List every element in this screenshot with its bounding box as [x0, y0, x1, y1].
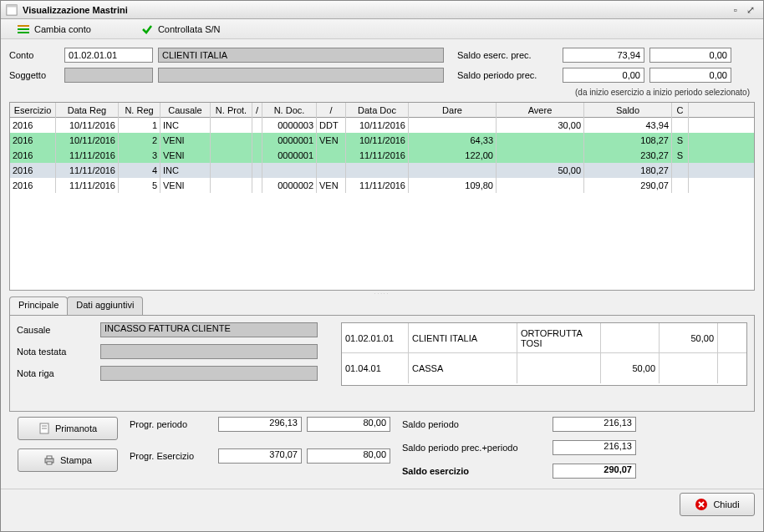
detail-grid[interactable]: 01.02.01.01 CLIENTI ITALIA ORTOFRUTTA TO… [341, 322, 747, 386]
conto-code-input[interactable] [64, 48, 153, 63]
cell-s2 [317, 163, 346, 178]
saldo-esercizio-label: Saldo esercizio [402, 466, 544, 476]
progr-periodo-a: 296,13 [218, 417, 302, 432]
svg-rect-1 [7, 4, 17, 7]
col-data-reg[interactable]: Data Reg [56, 103, 119, 118]
cell-nr: 3 [119, 148, 160, 163]
saldo-esercizio-val: 290,07 [553, 464, 636, 479]
cell-dd: 11/11/2016 [346, 178, 409, 193]
close-icon [695, 498, 708, 511]
ledger-grid[interactable]: Esercizio Data Reg N. Reg Causale N. Pro… [9, 102, 755, 291]
cell-es: 2016 [10, 163, 56, 178]
detail-cell: 50,00 [601, 353, 660, 383]
col-n-doc[interactable]: N. Doc. [262, 103, 317, 118]
controllata-label: Controllata S/N [158, 24, 221, 34]
col-sep2[interactable]: / [317, 103, 346, 118]
table-row[interactable]: 201610/11/20161INC0000003DDT10/11/201630… [10, 118, 754, 133]
cambia-conto-label: Cambia conto [34, 24, 91, 34]
cell-da: 109,80 [409, 178, 497, 193]
cell-s2: VEN [317, 178, 346, 193]
nota-testata-label: Nota testata [17, 347, 100, 357]
saldo-periodo-val: 216,13 [553, 417, 636, 432]
col-c[interactable]: C [672, 103, 689, 118]
titlebar[interactable]: Visualizzazione Mastrini ▫ ⤢ [1, 1, 763, 19]
col-causale[interactable]: Causale [160, 103, 211, 118]
cell-s2 [317, 148, 346, 163]
col-sep1[interactable]: / [252, 103, 262, 118]
causale-label: Causale [17, 325, 100, 335]
col-n-reg[interactable]: N. Reg [119, 103, 160, 118]
cell-nd: 0000001 [262, 148, 317, 163]
list-icon [18, 23, 29, 35]
tab-principale[interactable]: Principale [9, 296, 68, 315]
saldo-periodo-label2: Saldo periodo [402, 419, 544, 429]
cell-sa: 108,27 [584, 133, 672, 148]
col-avere[interactable]: Avere [497, 103, 584, 118]
cell-cc [672, 178, 689, 193]
cell-nr: 4 [119, 163, 160, 178]
cell-nd: 0000001 [262, 133, 317, 148]
nota-testata-value [100, 344, 318, 359]
saldo-eserc-label: Saldo eserc. prec. [457, 50, 558, 60]
cell-dr: 10/11/2016 [56, 133, 119, 148]
cell-ca: VENI [160, 178, 211, 193]
cambia-conto-button[interactable]: Cambia conto [18, 23, 91, 35]
cell-nd: 0000002 [262, 178, 317, 193]
cell-dr: 11/11/2016 [56, 178, 119, 193]
cell-av: 50,00 [497, 163, 584, 178]
table-row[interactable]: 201610/11/20162VENI0000001VEN10/11/20166… [10, 133, 754, 148]
col-data-doc[interactable]: Data Doc [346, 103, 409, 118]
primanota-button[interactable]: Primanota [18, 417, 118, 440]
detail-cell: 01.04.01 [342, 353, 409, 383]
col-esercizio[interactable]: Esercizio [10, 103, 56, 118]
controllata-button[interactable]: Controllata S/N [141, 23, 221, 35]
cell-s1 [252, 178, 262, 193]
nota-riga-value [100, 366, 318, 381]
saldo-eserc-b [649, 48, 731, 63]
cell-s1 [252, 163, 262, 178]
cell-av [497, 148, 584, 163]
cell-np [211, 178, 252, 193]
maximize-button[interactable]: ⤢ [743, 4, 758, 16]
conto-desc-input [158, 48, 444, 63]
causale-value: INCASSO FATTURA CLIENTE [100, 322, 318, 337]
document-icon [38, 423, 50, 434]
chiudi-button[interactable]: Chiudi [680, 493, 755, 516]
cell-ca: VENI [160, 148, 211, 163]
tab-dati-aggiuntivi[interactable]: Dati aggiuntivi [67, 296, 143, 315]
cell-cc: S [672, 133, 689, 148]
cell-ca: VENI [160, 133, 211, 148]
cell-dd: 10/11/2016 [346, 118, 409, 133]
saldo-periodo-a [563, 68, 644, 83]
saldo-periodo-prec-val: 216,13 [553, 440, 636, 455]
detail-cell: 50,00 [660, 323, 718, 352]
cell-da [409, 118, 497, 133]
table-row[interactable]: 201611/11/20164INC50,00180,27 [10, 163, 754, 178]
col-saldo[interactable]: Saldo [584, 103, 672, 118]
detail-row[interactable]: 01.04.01 CASSA 50,00 [342, 353, 746, 383]
cell-s1 [252, 148, 262, 163]
col-dare[interactable]: Dare [409, 103, 497, 118]
cell-cc [672, 118, 689, 133]
table-row[interactable]: 201611/11/20165VENI0000002VEN11/11/20161… [10, 178, 754, 193]
detail-cell [601, 323, 660, 352]
detail-row[interactable]: 01.02.01.01 CLIENTI ITALIA ORTOFRUTTA TO… [342, 323, 746, 353]
detail-cell: ORTOFRUTTA TOSI [517, 323, 601, 352]
minimize-button[interactable]: ▫ [728, 4, 743, 16]
tab-panel: Causale INCASSO FATTURA CLIENTE Nota tes… [9, 315, 755, 412]
saldo-periodo-b [649, 68, 731, 83]
col-n-prot[interactable]: N. Prot. [211, 103, 252, 118]
cell-av [497, 178, 584, 193]
stampa-button[interactable]: Stampa [18, 448, 118, 472]
table-row[interactable]: 201611/11/20163VENI000000111/11/2016122,… [10, 148, 754, 163]
conto-label: Conto [9, 50, 59, 60]
cell-es: 2016 [10, 148, 56, 163]
stampa-label: Stampa [60, 455, 92, 465]
cell-dr: 11/11/2016 [56, 163, 119, 178]
saldo-eserc-a [563, 48, 644, 63]
soggetto-label: Soggetto [9, 70, 59, 80]
chiudi-label: Chiudi [713, 499, 739, 509]
check-icon [141, 23, 153, 35]
tab-strip: Principale Dati aggiuntivi [9, 296, 755, 315]
soggetto-code-input[interactable] [64, 68, 153, 83]
